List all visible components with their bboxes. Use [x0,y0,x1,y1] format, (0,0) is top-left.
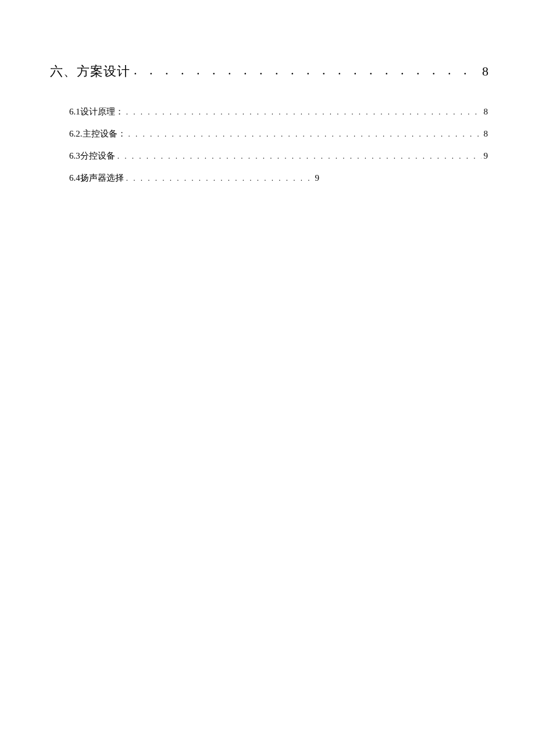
toc-sub-title: 6.1设计原理： [69,106,124,117]
toc-sub-leader: . . . . . . . . . . . . . . . . . . . . … [126,108,482,117]
toc-sub-title: 6.4扬声器选择 [69,173,124,184]
toc-sub-title: 6.3分控设备 [69,151,115,162]
toc-sub-leader: . . . . . . . . . . . . . . . . . . . . … [129,130,482,139]
toc-sub-page: 9 [315,173,320,183]
toc-main-title: 六、方案设计 [50,63,130,80]
toc-sub-title: 6.2.主控设备： [69,128,126,139]
toc-main-leader: . . . . . . . . . . . . . . . . . . . . … [134,63,479,78]
toc-sub-entry: 6.4扬声器选择 . . . . . . . . . . . . . . . .… [69,173,319,184]
toc-sub-page: 8 [484,129,488,139]
toc-sub-entry: 6.2.主控设备： . . . . . . . . . . . . . . . … [69,128,488,139]
toc-sub-page: 9 [484,151,488,161]
toc-sub-leader: . . . . . . . . . . . . . . . . . . . . … [126,174,313,183]
toc-main-page: 8 [482,64,488,79]
toc-sub-entry: 6.1设计原理： . . . . . . . . . . . . . . . .… [69,106,488,117]
toc-sub-leader: . . . . . . . . . . . . . . . . . . . . … [117,152,482,161]
toc-main-entry: 六、方案设计 . . . . . . . . . . . . . . . . .… [50,63,488,80]
toc-sub-entry: 6.3分控设备 . . . . . . . . . . . . . . . . … [69,151,488,162]
toc-sub-page: 8 [484,107,488,117]
